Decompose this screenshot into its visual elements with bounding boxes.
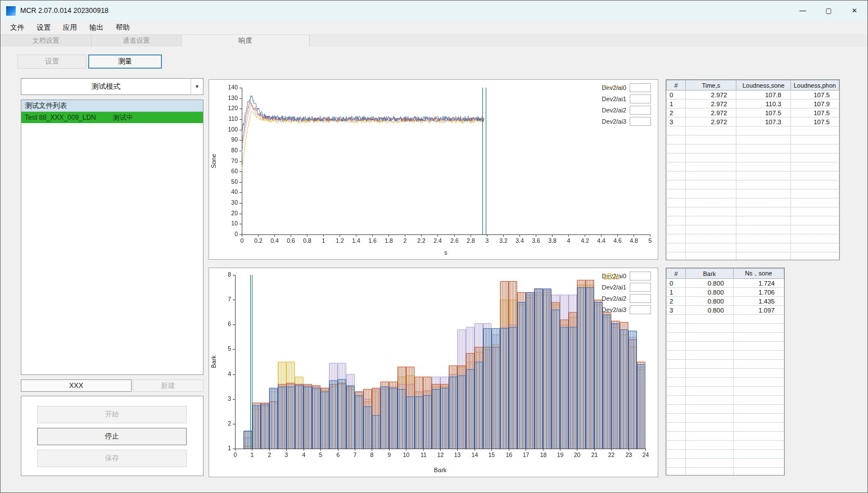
cell[interactable] bbox=[736, 216, 790, 225]
cell[interactable] bbox=[667, 234, 686, 243]
cell[interactable] bbox=[733, 369, 784, 378]
cell[interactable] bbox=[686, 396, 733, 405]
cell[interactable] bbox=[686, 468, 733, 476]
subtab-settings[interactable]: 设置 bbox=[17, 55, 87, 69]
cell[interactable] bbox=[736, 180, 790, 189]
cell[interactable] bbox=[733, 315, 784, 324]
legend-item-dev2-ai3[interactable]: Dev2/ai3 bbox=[602, 305, 651, 314]
start-button[interactable]: 开始 bbox=[37, 406, 187, 423]
cell[interactable] bbox=[686, 414, 733, 423]
cell[interactable] bbox=[733, 324, 784, 333]
cell[interactable] bbox=[667, 396, 686, 405]
legend-item-dev2-ai2[interactable]: Dev2/ai2 bbox=[602, 294, 651, 303]
xxx-button[interactable]: XXX bbox=[21, 379, 132, 392]
cell[interactable] bbox=[667, 153, 686, 162]
cell[interactable]: 2.972 bbox=[686, 99, 736, 108]
cell[interactable]: 3 bbox=[667, 306, 686, 315]
save-button[interactable]: 保存 bbox=[37, 450, 187, 467]
cell[interactable] bbox=[790, 135, 839, 144]
cell[interactable] bbox=[733, 441, 784, 450]
cell[interactable] bbox=[686, 387, 733, 396]
cell[interactable] bbox=[736, 252, 790, 261]
cell[interactable] bbox=[667, 162, 686, 171]
cell[interactable] bbox=[667, 324, 686, 333]
cell[interactable] bbox=[667, 459, 686, 468]
cell[interactable] bbox=[686, 252, 736, 261]
cell[interactable] bbox=[667, 144, 686, 153]
cell[interactable] bbox=[667, 243, 686, 252]
tab-doc-settings[interactable]: 文档设置 bbox=[1, 34, 92, 47]
cell[interactable] bbox=[686, 144, 736, 153]
cell[interactable]: 3 bbox=[667, 117, 686, 126]
cell[interactable] bbox=[736, 234, 790, 243]
cell[interactable] bbox=[733, 423, 784, 432]
cell[interactable] bbox=[686, 450, 733, 459]
cell[interactable] bbox=[667, 468, 686, 476]
cell[interactable] bbox=[667, 450, 686, 459]
cell[interactable]: 1.706 bbox=[733, 288, 784, 297]
cell[interactable]: 1.097 bbox=[733, 306, 784, 315]
cell[interactable] bbox=[790, 216, 839, 225]
cell[interactable] bbox=[667, 225, 686, 234]
subtab-measure[interactable]: 测量 bbox=[88, 55, 162, 69]
cell[interactable] bbox=[667, 378, 686, 387]
cell[interactable] bbox=[686, 333, 733, 342]
cell[interactable] bbox=[686, 423, 733, 432]
cell[interactable]: 107.5 bbox=[790, 108, 839, 117]
cell[interactable] bbox=[733, 405, 784, 414]
cell[interactable] bbox=[790, 198, 839, 207]
cell[interactable] bbox=[667, 369, 686, 378]
legend-item-dev2-ai3[interactable]: Dev2/ai3 bbox=[602, 117, 651, 126]
cell[interactable] bbox=[790, 144, 839, 153]
cell[interactable] bbox=[790, 126, 839, 135]
cell[interactable] bbox=[736, 189, 790, 198]
menu-item-file[interactable]: 文件 bbox=[4, 23, 30, 33]
cell[interactable] bbox=[686, 216, 736, 225]
cell[interactable]: 2 bbox=[667, 297, 686, 306]
cell[interactable] bbox=[686, 135, 736, 144]
cell[interactable] bbox=[667, 432, 686, 441]
cell[interactable] bbox=[790, 180, 839, 189]
cell[interactable] bbox=[667, 216, 686, 225]
stop-button[interactable]: 停止 bbox=[37, 428, 187, 445]
cell[interactable] bbox=[686, 243, 736, 252]
cell[interactable] bbox=[667, 360, 686, 369]
cell[interactable] bbox=[686, 162, 736, 171]
cell[interactable] bbox=[667, 207, 686, 216]
cell[interactable] bbox=[667, 441, 686, 450]
cell[interactable] bbox=[686, 198, 736, 207]
new-button[interactable]: 新建 bbox=[133, 379, 204, 392]
cell[interactable] bbox=[736, 198, 790, 207]
cell[interactable] bbox=[736, 207, 790, 216]
cell[interactable]: 107.3 bbox=[736, 117, 790, 126]
cell[interactable] bbox=[790, 162, 839, 171]
cell[interactable] bbox=[686, 171, 736, 180]
cell[interactable]: 0.800 bbox=[686, 297, 733, 306]
loudness-vs-time-plot[interactable] bbox=[209, 80, 658, 259]
cell[interactable] bbox=[686, 315, 733, 324]
cell[interactable]: 1 bbox=[667, 288, 686, 297]
cell[interactable]: 1.435 bbox=[733, 297, 784, 306]
cell[interactable] bbox=[686, 180, 736, 189]
cell[interactable] bbox=[667, 252, 686, 261]
cell[interactable] bbox=[790, 153, 839, 162]
cell[interactable] bbox=[790, 252, 839, 261]
tab-loudness[interactable]: 响度 bbox=[182, 34, 310, 47]
cell[interactable] bbox=[733, 342, 784, 351]
tab-channel-settings[interactable]: 通道设置 bbox=[92, 34, 182, 47]
cell[interactable]: 2.972 bbox=[686, 117, 736, 126]
cell[interactable] bbox=[667, 198, 686, 207]
legend-item-dev2-ai2[interactable]: Dev2/ai2 bbox=[602, 106, 651, 115]
cell[interactable] bbox=[733, 468, 784, 476]
chevron-down-icon[interactable]: ▼ bbox=[191, 79, 203, 94]
cell[interactable] bbox=[733, 414, 784, 423]
cell[interactable] bbox=[733, 378, 784, 387]
cell[interactable]: 2.972 bbox=[686, 108, 736, 117]
cell[interactable] bbox=[733, 459, 784, 468]
cell[interactable] bbox=[667, 333, 686, 342]
cell[interactable] bbox=[667, 387, 686, 396]
cell[interactable] bbox=[686, 441, 733, 450]
cell[interactable] bbox=[667, 315, 686, 324]
menu-item-apply[interactable]: 应用 bbox=[57, 23, 83, 33]
cell[interactable]: 2 bbox=[667, 108, 686, 117]
